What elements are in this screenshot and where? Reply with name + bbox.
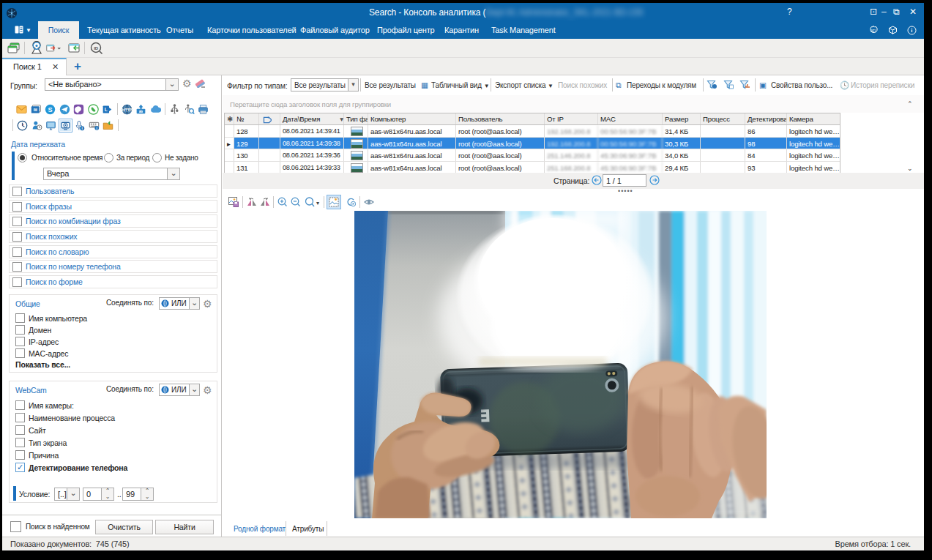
svg-text:L: L [105, 107, 108, 112]
svg-text:IM: IM [33, 108, 37, 112]
svg-text:S: S [48, 106, 53, 113]
svg-text:ID: ID [94, 46, 99, 51]
svg-text:HTTP: HTTP [122, 108, 132, 112]
svg-text:AFI: AFI [871, 29, 876, 33]
svg-text:FTP: FTP [139, 110, 143, 113]
